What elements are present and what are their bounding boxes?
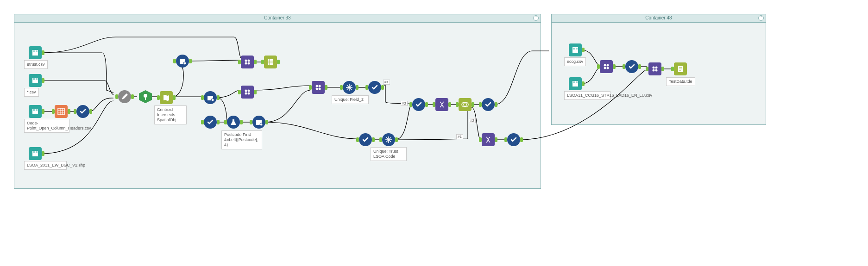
- container-33-header[interactable]: Container 33 ⌃: [14, 14, 541, 23]
- tool-n4[interactable]: [55, 105, 68, 118]
- tool-n9[interactable]: [160, 91, 173, 104]
- anchor-2b: #2: [469, 118, 476, 123]
- tool-n19[interactable]: [343, 81, 356, 94]
- tool-n12[interactable]: [204, 116, 217, 129]
- tool-n20[interactable]: [368, 81, 381, 94]
- tool-n30[interactable]: [569, 77, 582, 90]
- tool-n15[interactable]: [264, 56, 277, 68]
- tool-n2[interactable]: [29, 74, 42, 87]
- tool-n11[interactable]: [204, 91, 217, 104]
- tool-n5[interactable]: [76, 105, 89, 118]
- tool-n22[interactable]: [382, 133, 395, 146]
- label-testdata: TestData.tde: [666, 77, 695, 86]
- tool-n16[interactable]: [241, 86, 254, 99]
- tool-n6[interactable]: [29, 147, 42, 160]
- tool-n33[interactable]: [648, 62, 661, 75]
- label-uniquetrust: Unique: Trust LSOA Code: [371, 147, 407, 161]
- tool-n14[interactable]: [241, 56, 254, 68]
- tool-n17[interactable]: [252, 116, 265, 129]
- tool-n21[interactable]: [359, 133, 372, 146]
- tool-n27[interactable]: [482, 133, 495, 146]
- tool-n32[interactable]: [625, 60, 638, 73]
- label-lsoa2011: LSOA_2011_EW_BGC_V2.shp: [24, 161, 67, 170]
- tool-n13[interactable]: [227, 116, 240, 129]
- anchor-1b: #1: [456, 134, 463, 139]
- tool-n28[interactable]: [507, 133, 520, 146]
- label-codepoint: Code-Point_Open_Column_Headers.csv: [24, 119, 69, 133]
- tool-n25[interactable]: [459, 98, 472, 111]
- tool-n18[interactable]: [312, 81, 325, 94]
- container-48-header[interactable]: Container 48 ⌃: [552, 14, 766, 23]
- label-eccg: eccg.csv: [564, 57, 586, 66]
- tool-n29[interactable]: [569, 43, 582, 56]
- label-uniquefield2: Unique: Field_2: [332, 95, 369, 104]
- label-lsoa11ccg: LSOA11_CCG16_STP16_LAD16_EN_LU.csv: [564, 91, 610, 100]
- tool-n31[interactable]: [600, 60, 613, 73]
- tool-n23[interactable]: [412, 98, 425, 111]
- anchor-1: #1: [383, 80, 390, 85]
- tool-n10[interactable]: [176, 55, 189, 68]
- label-centroid: Centroid Intersects SpatialObj: [154, 105, 187, 124]
- label-etrust: etrust.csv: [24, 60, 48, 69]
- label-starcsv: *.csv: [24, 88, 39, 97]
- tool-n7[interactable]: [118, 90, 131, 103]
- collapse-icon[interactable]: ⌃: [533, 15, 539, 21]
- tool-n1[interactable]: [29, 46, 42, 59]
- container-48-title: Container 48: [645, 15, 672, 20]
- container-33-title: Container 33: [264, 15, 290, 20]
- label-postcode: Postcode First 4=Left([Postcode], 4): [221, 130, 262, 149]
- tool-n34[interactable]: [674, 62, 687, 75]
- tool-n26[interactable]: [482, 98, 495, 111]
- collapse-icon[interactable]: ⌃: [758, 15, 764, 21]
- anchor-2: #2: [401, 101, 408, 106]
- tool-n3[interactable]: [29, 105, 42, 118]
- tool-n24[interactable]: [435, 98, 448, 111]
